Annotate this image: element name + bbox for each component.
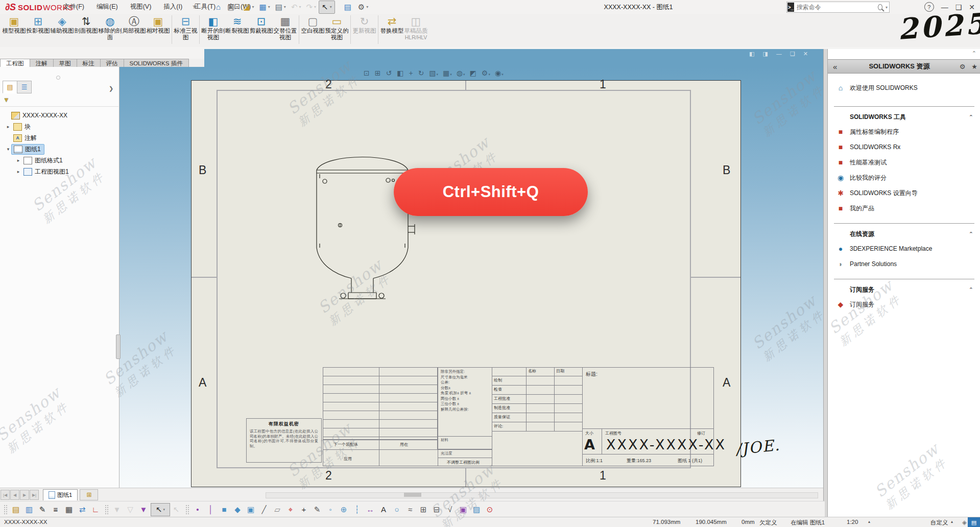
section-view-button[interactable]: ⇅ 剖面视图 — [74, 14, 98, 34]
standard-3view-button[interactable]: ⊟ 标准三视图 — [174, 14, 198, 40]
auxiliary-view-button[interactable]: ◈ 辅助视图 — [50, 14, 74, 34]
flip-view-icon[interactable]: ⇄ — [76, 504, 89, 516]
projected-view-button[interactable]: ⊞ 投影视图 — [26, 14, 50, 34]
dock-left-icon[interactable]: ◧ — [749, 51, 754, 57]
section-divider2[interactable] — [834, 216, 974, 224]
sheet-tab[interactable]: 图纸1 — [43, 489, 78, 500]
save-button[interactable]: ▦ ▾ — [256, 1, 272, 13]
zoom-area-icon[interactable]: ⊞ — [375, 69, 381, 77]
predefined-view-button[interactable]: ▭ 预定义的视图 — [325, 14, 349, 40]
filter-balloon-icon[interactable]: ○ — [391, 504, 404, 516]
pin-toolbar-icon[interactable]: ★ — [192, 3, 198, 10]
view-settings-icon[interactable]: ⚙▾ — [482, 69, 490, 77]
zoom-fit-icon[interactable]: ⊡ — [364, 69, 370, 77]
panel-resize-handle[interactable] — [56, 76, 60, 80]
line-color-icon[interactable]: ✎ — [36, 504, 50, 516]
clear-filters-icon[interactable]: ▽ — [124, 504, 137, 516]
partner-solutions-item[interactable]: ◗ Partner Solutions — [828, 256, 980, 272]
child-minimize-icon[interactable]: — — [776, 51, 782, 57]
subscription-item[interactable]: ◆ 订阅服务 — [828, 297, 980, 312]
filter-weld-icon[interactable]: ≈ — [404, 504, 417, 516]
toolbar-grip3[interactable] — [185, 505, 189, 515]
grid-origin-icon[interactable]: ∟ — [89, 504, 103, 516]
section-divider3[interactable] — [834, 272, 974, 279]
tab-annotation[interactable]: 注解 — [30, 59, 53, 67]
print-button[interactable]: ▤ ▾ — [273, 1, 289, 13]
filter-connection-icon[interactable]: ⊙ — [484, 504, 497, 516]
empty-view-button[interactable]: ▢ 空白视图 — [301, 14, 325, 34]
tree-annotations[interactable]: A 注解 — [0, 132, 118, 143]
model-view-button[interactable]: ▣ 模型视图 — [2, 14, 26, 34]
line-style-icon[interactable]: ▦ — [63, 504, 76, 516]
property-manager-tab[interactable]: ☰ — [17, 81, 32, 93]
status-sheet-scale[interactable]: 1:20 — [847, 519, 858, 525]
first-sheet-button[interactable]: |◀ — [1, 490, 10, 500]
scrollbar-thumb[interactable] — [404, 493, 421, 497]
toolbar-grip[interactable] — [4, 505, 8, 515]
filter-sketch-icon[interactable]: ✎ — [311, 504, 324, 516]
tree-blocks[interactable]: ▸ 块 — [0, 121, 118, 132]
crop-view-button[interactable]: ⊡ 剪裁视图 — [249, 14, 273, 34]
tree-sheet-format1[interactable]: ▸ 图纸格式1 — [0, 155, 118, 166]
layer-properties-icon[interactable]: ▤ — [10, 504, 23, 516]
previous-view-icon[interactable]: ↺ — [386, 69, 392, 77]
task-pane-collapse-icon[interactable]: ⌃ — [972, 50, 976, 57]
filter-plane-icon[interactable]: ▱ — [271, 504, 284, 516]
filter-centermark-icon[interactable]: ⊕ — [338, 504, 351, 516]
home-button[interactable]: ⌂ — [213, 1, 225, 13]
menu-insert[interactable]: 插入(I) — [157, 3, 188, 11]
settings-wizard-item[interactable]: ✱ SOLIDWORKS 设置向导 — [828, 185, 980, 201]
pan-icon[interactable]: + — [409, 69, 413, 77]
status-units[interactable]: 自定义 — [930, 519, 948, 526]
filter-solid-icon[interactable]: ▣ — [245, 504, 258, 516]
menu-file[interactable]: 文件(F) — [57, 3, 90, 11]
redo-button[interactable]: ↷ ▾ — [303, 1, 319, 13]
filter-origin-icon[interactable]: ⌖ — [284, 504, 298, 516]
view-orientation-icon[interactable]: ▧▾ — [429, 69, 438, 77]
graphics-viewport[interactable]: ⊡ ⊞ ↺ ◧ + ↻ ▧▾ ▦▾ ◍▾ ◩ — [119, 67, 824, 488]
performance-benchmark-item[interactable]: ■ 性能基准测试 — [828, 155, 980, 170]
expander-icon[interactable]: ▸ — [5, 124, 11, 129]
add-sheet-button[interactable]: ⊞ — [80, 489, 98, 500]
compare-score-item[interactable]: ◉ 比较我的评分 — [828, 170, 980, 185]
next-sheet-button[interactable]: ▶ — [20, 490, 29, 500]
welcome-item[interactable]: ⌂ 欢迎使用 SOLIDWORKS — [828, 77, 980, 99]
replace-model-button[interactable]: ⇄ 替换模型 — [380, 14, 404, 34]
tab-evaluate[interactable]: 评估 — [100, 59, 124, 67]
expander-icon[interactable]: ▾ — [5, 147, 11, 152]
vessel-drawing-view[interactable] — [307, 148, 417, 308]
filter-edges-icon[interactable]: │ — [205, 504, 218, 516]
removed-section-button[interactable]: ◍ 移除的剖面 — [98, 14, 122, 40]
filter-stack-icon[interactable]: ▼ — [137, 504, 151, 516]
filter-coordinate-icon[interactable]: + — [298, 504, 311, 516]
tree-filter-bar[interactable]: ▼ — [0, 93, 118, 107]
toolbar-grip2[interactable] — [105, 505, 109, 515]
filter-surface-finish-icon[interactable]: √ — [444, 504, 457, 516]
drawing-sheet[interactable]: 2 1 2 1 B A B A — [191, 80, 741, 487]
filter-gtol-icon[interactable]: ⊞ — [417, 504, 431, 516]
options-button[interactable]: ⚙ ▾ — [355, 1, 371, 13]
search-icon[interactable] — [878, 4, 882, 10]
tab-markup[interactable]: 标注 — [77, 59, 100, 67]
filter-block-icon[interactable]: ▣ — [457, 504, 470, 516]
prev-sheet-button[interactable]: ◀ — [10, 490, 19, 500]
file-properties-button[interactable]: ▤ — [342, 1, 355, 13]
filter-centerline-icon[interactable]: ┆ — [351, 504, 364, 516]
alternate-position-button[interactable]: ▦ 交替位置视图 — [273, 14, 297, 40]
child-restore-icon[interactable]: ❑ — [790, 51, 795, 57]
lasso-select-icon[interactable]: ↖ — [170, 504, 183, 516]
section-chevron-icon[interactable]: ⌃ — [969, 114, 973, 121]
dock-right-icon[interactable]: ◨ — [763, 51, 768, 57]
tab-drawing[interactable]: 工程图 — [0, 59, 30, 67]
section-divider[interactable] — [834, 99, 974, 107]
tree-sheet1[interactable]: ▾ 图纸1 — [0, 143, 118, 155]
splitter-grip[interactable] — [116, 334, 121, 359]
update-view-button[interactable]: ↻ 更新视图 — [352, 14, 376, 34]
open-file-button[interactable]: ◪ ▾ — [241, 1, 256, 13]
section-chevron-icon[interactable]: ⌃ — [969, 231, 973, 237]
task-pane-pin-icon[interactable]: ★ — [968, 63, 980, 70]
filter-faces-icon[interactable]: ■ — [218, 504, 231, 516]
filter-midpoint-icon[interactable]: ◦ — [324, 504, 338, 516]
command-search[interactable]: >_ ▾ — [786, 2, 890, 13]
line-thickness-icon[interactable]: ≡ — [50, 504, 63, 516]
